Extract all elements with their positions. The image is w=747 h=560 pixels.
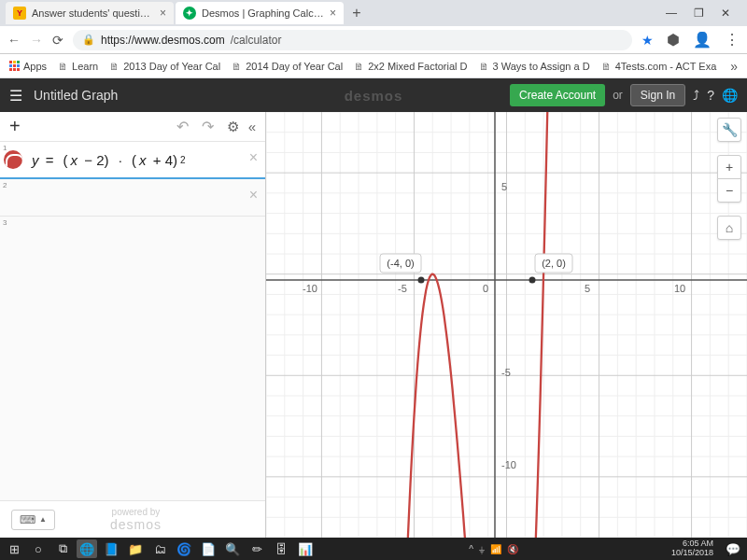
or-text: or xyxy=(613,89,623,102)
home-icon[interactable]: ⌂ xyxy=(717,216,741,240)
taskbar-app-icon[interactable]: 📄 xyxy=(198,539,218,558)
desmos-header: ☰ Untitled Graph desmos Create Account o… xyxy=(0,78,747,112)
bookmark-item[interactable]: 🗎Learn xyxy=(58,61,98,72)
tray-up-icon[interactable]: ^ xyxy=(469,544,473,554)
bookmark-apps[interactable]: Apps xyxy=(9,61,47,72)
expression-panel: + ↶ ↷ ⚙ « 1 y = (x − 2) · (x + 4)2 × 2 ×… xyxy=(0,112,266,538)
task-view-icon[interactable]: ⧉ xyxy=(52,539,73,558)
y-tick-label: 5 xyxy=(501,181,507,192)
zoom-out-button[interactable]: − xyxy=(717,178,741,203)
share-icon[interactable]: ⤴ xyxy=(693,88,699,103)
expression-index: 2 xyxy=(0,179,9,191)
wrench-icon[interactable]: 🔧 xyxy=(717,118,741,142)
bookmark-label: 2014 Day of Year Cal xyxy=(246,61,343,72)
sign-in-button[interactable]: Sign In xyxy=(630,84,685,106)
delete-expression-icon[interactable]: × xyxy=(249,149,258,166)
taskbar-app-icon[interactable]: 📊 xyxy=(295,539,316,558)
close-tab-icon[interactable]: × xyxy=(330,7,336,20)
graph-canvas[interactable]: -10 -5 0 5 10 5 -5 -10 (-4, 0) (2, 0) 🔧 … xyxy=(266,112,747,538)
taskbar-app-icon[interactable]: 🔍 xyxy=(222,539,243,558)
bookmark-item[interactable]: 🗎2014 Day of Year Cal xyxy=(232,61,343,72)
new-tab-button[interactable]: + xyxy=(345,5,368,21)
language-icon[interactable]: 🌐 xyxy=(722,88,738,103)
url-host: https://www.desmos.com xyxy=(101,34,225,47)
graph-point[interactable] xyxy=(418,277,425,284)
taskbar-app-icon[interactable]: 📘 xyxy=(101,539,121,558)
menu-icon[interactable]: ⋮ xyxy=(725,31,740,49)
bookmark-item[interactable]: 🗎2013 Day of Year Cal xyxy=(109,61,220,72)
address-bar: ← → ⟳ 🔒 https://www.desmos.com/calculato… xyxy=(0,26,747,54)
powered-by: powered by desmos xyxy=(110,507,162,532)
x-tick-label: 10 xyxy=(674,283,685,294)
bookmark-label: 3 Ways to Assign a D xyxy=(493,61,590,72)
expression-input[interactable]: y = (x − 2) · (x + 4)2 xyxy=(26,142,265,177)
forward-icon[interactable]: → xyxy=(30,33,43,48)
doc-icon: 🗎 xyxy=(354,61,364,72)
settings-icon[interactable]: ⚙ xyxy=(227,119,239,135)
url-input[interactable]: 🔒 https://www.desmos.com/calculator xyxy=(73,30,632,50)
bookmarks-overflow-icon[interactable]: » xyxy=(730,59,738,74)
volume-icon[interactable]: 🔇 xyxy=(507,544,518,554)
bookmark-item[interactable]: 🗎2x2 Mixed Factorial D xyxy=(354,61,467,72)
back-icon[interactable]: ← xyxy=(7,33,21,48)
taskbar-app-icon[interactable]: 🌀 xyxy=(174,539,194,558)
favicon-icon: ✦ xyxy=(183,7,196,20)
doc-icon: 🗎 xyxy=(109,61,120,72)
expression-toolbar: + ↶ ↷ ⚙ « xyxy=(0,112,265,142)
close-tab-icon[interactable]: × xyxy=(160,7,166,20)
doc-icon: 🗎 xyxy=(232,61,242,72)
y-tick-label: -10 xyxy=(501,459,516,470)
graph-point[interactable] xyxy=(529,277,536,284)
chrome-icon[interactable]: 🌐 xyxy=(77,539,97,558)
close-window-icon[interactable]: ✕ xyxy=(721,7,730,20)
taskbar-app-icon[interactable]: ✏ xyxy=(247,539,267,558)
tab-desmos[interactable]: ✦ Desmos | Graphing Calculator × xyxy=(176,2,344,24)
cortana-icon[interactable]: ○ xyxy=(28,539,49,558)
bookmark-item[interactable]: 🗎4Tests.com - ACT Exa xyxy=(601,61,717,72)
redo-icon[interactable]: ↷ xyxy=(202,118,214,135)
tab-yahoo[interactable]: Y Answer students' questions and h × xyxy=(6,2,174,24)
expression-row[interactable]: 3 xyxy=(0,217,265,254)
keyboard-toggle-button[interactable]: ⌨ ▲ xyxy=(11,510,55,530)
point-label: (-4, 0) xyxy=(387,258,414,269)
profile-icon[interactable]: 👤 xyxy=(693,31,712,49)
origin-label: 0 xyxy=(483,283,488,294)
tab-strip: Y Answer students' questions and h × ✦ D… xyxy=(0,0,747,26)
network-icon[interactable]: ⏚ xyxy=(479,544,485,554)
expression-row[interactable]: 2 × xyxy=(0,179,265,217)
zoom-in-button[interactable]: + xyxy=(717,155,741,179)
expression-input[interactable] xyxy=(0,179,265,216)
collapse-panel-icon[interactable]: « xyxy=(248,119,256,134)
taskbar-app-icon[interactable]: 🗂 xyxy=(149,539,170,558)
wifi-icon[interactable]: 📶 xyxy=(490,544,501,554)
graph-title[interactable]: Untitled Graph xyxy=(34,88,118,103)
bookmark-item[interactable]: 🗎3 Ways to Assign a D xyxy=(479,61,590,72)
notifications-icon[interactable]: 💬 xyxy=(723,539,743,558)
bookmark-label: Apps xyxy=(23,61,47,72)
graph-tools: 🔧 + − ⌂ xyxy=(717,118,741,240)
apps-grid-icon xyxy=(9,61,20,71)
graph-svg[interactable]: -10 -5 0 5 10 5 -5 -10 (-4, 0) (2, 0) xyxy=(266,112,747,538)
taskbar-app-icon[interactable]: 📁 xyxy=(125,539,146,558)
bookmark-star-icon[interactable]: ★ xyxy=(641,33,654,48)
maximize-icon[interactable]: ❐ xyxy=(694,7,704,20)
minimize-icon[interactable]: — xyxy=(666,7,677,20)
point-label: (2, 0) xyxy=(542,258,566,269)
create-account-button[interactable]: Create Account xyxy=(510,84,605,106)
clock[interactable]: 6:05 AM 10/15/2018 xyxy=(671,539,719,558)
start-button[interactable]: ⊞ xyxy=(4,539,24,558)
undo-icon[interactable]: ↶ xyxy=(176,118,189,135)
delete-expression-icon[interactable]: × xyxy=(249,187,258,203)
tab-title: Answer students' questions and h xyxy=(32,7,154,19)
extension-icon[interactable]: ⬢ xyxy=(667,31,680,49)
add-expression-button[interactable]: + xyxy=(9,116,21,137)
expression-input[interactable] xyxy=(0,217,265,254)
menu-icon[interactable]: ☰ xyxy=(9,87,22,105)
reload-icon[interactable]: ⟳ xyxy=(52,33,63,48)
help-icon[interactable]: ? xyxy=(707,88,714,103)
tab-title: Desmos | Graphing Calculator xyxy=(202,7,324,19)
taskbar-app-icon[interactable]: 🗄 xyxy=(271,539,291,558)
expression-row[interactable]: 1 y = (x − 2) · (x + 4)2 × xyxy=(0,142,265,179)
desmos-logo: desmos xyxy=(345,88,403,104)
bookmark-label: Learn xyxy=(72,61,98,72)
